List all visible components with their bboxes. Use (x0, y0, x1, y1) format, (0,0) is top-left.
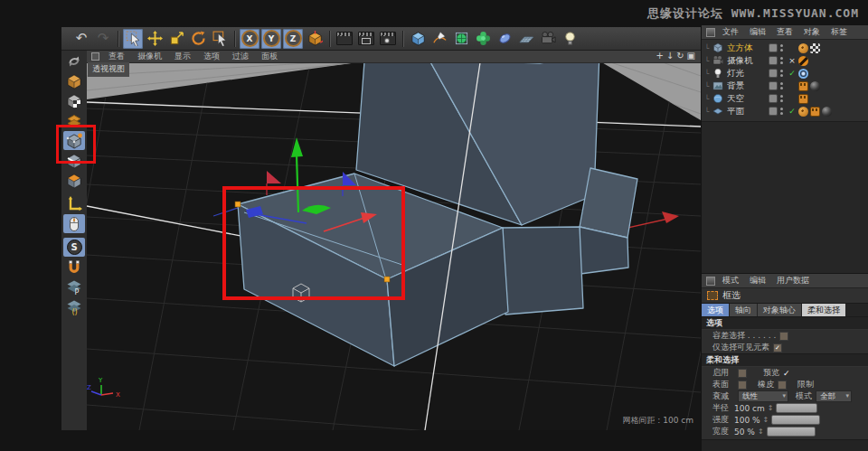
last-used-selection-tool[interactable] (210, 29, 230, 49)
phong-tag-icon[interactable] (798, 43, 808, 53)
layer-chip[interactable] (769, 107, 778, 116)
width-stepper[interactable]: ↕ (758, 428, 764, 436)
disabled-icon[interactable] (798, 56, 808, 66)
move-tool[interactable] (145, 29, 165, 49)
render-settings-button[interactable] (378, 29, 398, 49)
visibility-dots[interactable] (780, 108, 784, 115)
object-label[interactable]: 平面 (727, 106, 769, 117)
strength-value[interactable]: 100 % (734, 416, 760, 425)
radius-value[interactable]: 100 cm (734, 404, 765, 413)
model-base-right-face[interactable] (503, 227, 583, 315)
layer-chip[interactable] (769, 56, 778, 65)
strength-slider[interactable] (771, 415, 820, 425)
spline-pen-menu[interactable] (429, 29, 449, 49)
compositing-tag-icon[interactable] (810, 107, 820, 117)
width-value[interactable]: 50 % (734, 428, 755, 437)
light-tag-icon[interactable] (798, 69, 808, 79)
object-state-icon[interactable]: × (788, 56, 797, 65)
workplane-snap-button[interactable]: () (63, 297, 85, 316)
section-options[interactable]: 选项 (702, 316, 868, 330)
polygon-mode-button[interactable] (63, 171, 85, 190)
object-row-背景[interactable]: └背景 (702, 80, 868, 92)
undo-button[interactable]: ↶ (71, 29, 91, 49)
make-editable-button[interactable] (63, 52, 85, 70)
checkbox[interactable] (778, 381, 787, 390)
checkbox[interactable]: ✓ (773, 343, 782, 352)
maximize-view-icon[interactable]: ▣ (687, 51, 698, 61)
scale-tool[interactable] (166, 29, 186, 49)
object-row-灯光[interactable]: └灯光✓ (702, 67, 868, 80)
tab-选项[interactable]: 选项 (702, 304, 730, 316)
object-manager-menu-1[interactable]: 文件 (717, 26, 744, 38)
snap-toggle-button[interactable]: S (63, 238, 85, 257)
viewport-solo-button[interactable] (63, 214, 85, 233)
tab-轴向[interactable]: 轴向 (730, 304, 758, 316)
rotate-tool[interactable] (188, 29, 208, 49)
falloff-dropdown[interactable]: 线性 (738, 390, 788, 402)
particles-menu[interactable] (495, 29, 514, 49)
perspective-viewport[interactable]: Y X Z 查看摄像机显示选项过滤面板 透视视图 +↓↻▣ 网格间距 : 100… (87, 51, 701, 430)
visibility-dots[interactable] (780, 44, 784, 52)
render-view-button[interactable] (335, 29, 354, 49)
object-label[interactable]: 摄像机 (727, 55, 769, 67)
tab-对象轴心[interactable]: 对象轴心 (758, 304, 802, 316)
phong-tag-icon[interactable] (798, 107, 808, 117)
rotate-view-icon[interactable]: ↻ (676, 51, 686, 61)
visibility-dots[interactable] (780, 82, 784, 89)
axis-mode-button[interactable] (63, 194, 85, 213)
object-label[interactable]: 灯光 (727, 68, 769, 80)
coordinate-system-button[interactable] (305, 29, 325, 49)
model-mode-button[interactable] (63, 71, 85, 90)
redo-button[interactable]: ↷ (93, 29, 113, 49)
visibility-dots[interactable] (780, 95, 784, 102)
viewport-corner-controls[interactable]: +↓↻▣ (656, 51, 698, 61)
selected-point-front[interactable] (384, 277, 390, 282)
zoom-view-icon[interactable]: ↓ (666, 51, 676, 61)
visibility-dots[interactable] (780, 57, 784, 64)
viewport-label[interactable]: 透视视图 (88, 62, 129, 77)
generators-menu[interactable] (451, 29, 471, 49)
radius-stepper[interactable]: ↕ (768, 404, 774, 412)
object-manager-menu-2[interactable]: 编辑 (744, 26, 771, 38)
attribute-menu-2[interactable]: 编辑 (744, 275, 771, 287)
primitive-cube-menu[interactable] (408, 29, 428, 49)
viewport-menu-4[interactable]: 选项 (197, 51, 226, 62)
layer-chip[interactable] (769, 43, 778, 52)
attribute-menu-3[interactable]: 用户数据 (771, 275, 815, 287)
magnet-tool-button[interactable] (63, 258, 85, 277)
layer-chip[interactable] (769, 81, 778, 90)
render-region-button[interactable] (356, 29, 376, 49)
layer-chip[interactable] (769, 69, 778, 78)
strength-stepper[interactable]: ↕ (763, 416, 769, 424)
radius-input[interactable] (776, 403, 817, 413)
object-label[interactable]: 立方体 (727, 42, 769, 54)
layer-chip[interactable] (769, 94, 778, 103)
texture-mode-button[interactable] (63, 91, 85, 110)
deformers-menu[interactable] (473, 29, 493, 49)
checkbox[interactable] (738, 381, 747, 390)
object-row-立方体[interactable]: └立方体 (702, 42, 868, 54)
object-manager-menu-5[interactable]: 标签 (826, 26, 853, 38)
material-ball-icon[interactable] (810, 81, 820, 91)
live-selection-tool[interactable] (123, 29, 143, 49)
lock-z-axis-button[interactable]: Z (283, 29, 303, 49)
texture-tag-icon[interactable] (810, 43, 820, 53)
viewport-menu-6[interactable]: 面板 (255, 51, 284, 62)
object-row-平面[interactable]: └平面✓ (702, 105, 868, 117)
tab-柔和选择[interactable]: 柔和选择 (802, 304, 846, 316)
section-soft-selection[interactable]: 柔和选择 (702, 353, 868, 367)
preview-checkmark[interactable]: ✓ (783, 369, 790, 378)
object-manager-menu-3[interactable]: 查看 (771, 26, 798, 38)
object-state-icon[interactable]: ✓ (788, 69, 797, 78)
object-manager-menu-4[interactable]: 对象 (798, 26, 826, 38)
environment-menu[interactable] (516, 29, 536, 49)
model-armrest-top-face[interactable] (580, 168, 637, 238)
viewport-menu-2[interactable]: 摄像机 (131, 51, 168, 62)
object-row-摄像机[interactable]: └摄像机× (702, 54, 868, 67)
checkbox[interactable] (738, 369, 747, 378)
object-label[interactable]: 背景 (727, 80, 769, 92)
object-label[interactable]: 天空 (727, 93, 769, 105)
viewport-menu-1[interactable]: 查看 (102, 51, 131, 62)
workplane-layer-button[interactable]: P (63, 277, 85, 296)
selected-point-left[interactable] (235, 202, 241, 207)
